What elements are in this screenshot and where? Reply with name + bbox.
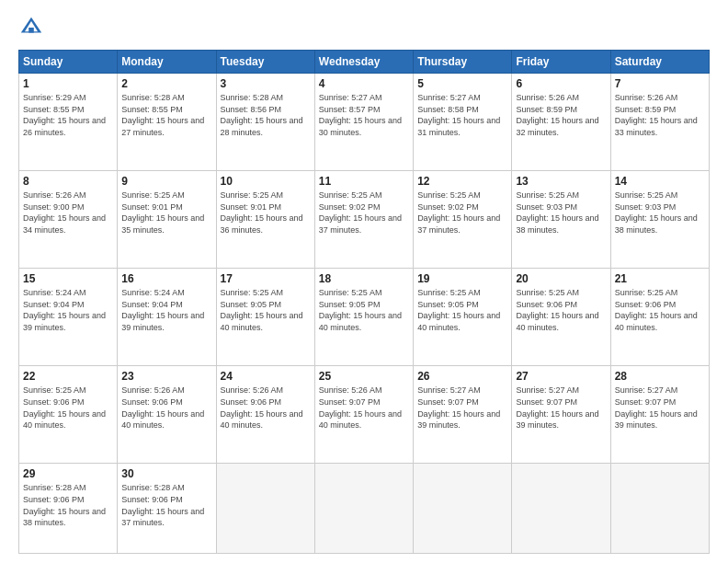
calendar-cell: 14Sunrise: 5:25 AMSunset: 9:03 PMDayligh… [610, 171, 709, 269]
calendar-header-saturday: Saturday [610, 51, 709, 74]
day-number: 15 [23, 272, 113, 285]
calendar-cell: 5Sunrise: 5:27 AMSunset: 8:58 PMDaylight… [414, 74, 512, 171]
day-number: 4 [319, 77, 409, 90]
calendar-cell: 9Sunrise: 5:25 AMSunset: 9:01 PMDaylight… [118, 171, 216, 269]
calendar-cell: 7Sunrise: 5:26 AMSunset: 8:59 PMDaylight… [610, 74, 709, 171]
calendar-cell [414, 464, 512, 554]
day-number: 2 [121, 77, 211, 90]
day-number: 27 [516, 370, 606, 383]
day-number: 13 [516, 175, 606, 188]
day-number: 26 [417, 370, 507, 383]
calendar-cell: 28Sunrise: 5:27 AMSunset: 9:07 PMDayligh… [610, 366, 709, 464]
calendar-cell: 29Sunrise: 5:28 AMSunset: 9:06 PMDayligh… [19, 464, 118, 554]
day-info: Sunrise: 5:25 AMSunset: 9:05 PMDaylight:… [319, 287, 409, 333]
calendar-cell [216, 464, 314, 554]
day-info: Sunrise: 5:26 AMSunset: 9:00 PMDaylight:… [23, 190, 113, 236]
svg-rect-2 [28, 28, 34, 33]
day-info: Sunrise: 5:25 AMSunset: 9:06 PMDaylight:… [23, 385, 113, 431]
day-info: Sunrise: 5:25 AMSunset: 9:03 PMDaylight:… [615, 190, 705, 236]
calendar-header-thursday: Thursday [414, 51, 512, 74]
day-number: 21 [615, 272, 705, 285]
calendar-week-3: 15Sunrise: 5:24 AMSunset: 9:04 PMDayligh… [19, 269, 710, 366]
day-number: 24 [221, 370, 311, 383]
calendar-week-2: 8Sunrise: 5:26 AMSunset: 9:00 PMDaylight… [19, 171, 710, 269]
calendar-cell: 23Sunrise: 5:26 AMSunset: 9:06 PMDayligh… [118, 366, 216, 464]
day-number: 8 [23, 175, 113, 188]
calendar-cell: 15Sunrise: 5:24 AMSunset: 9:04 PMDayligh… [19, 269, 118, 366]
day-info: Sunrise: 5:25 AMSunset: 9:02 PMDaylight:… [417, 190, 507, 236]
calendar-cell: 6Sunrise: 5:26 AMSunset: 8:59 PMDaylight… [512, 74, 610, 171]
day-info: Sunrise: 5:25 AMSunset: 9:01 PMDaylight:… [121, 190, 211, 236]
day-number: 28 [615, 370, 705, 383]
calendar-cell: 2Sunrise: 5:28 AMSunset: 8:55 PMDaylight… [118, 74, 216, 171]
day-number: 14 [615, 175, 705, 188]
calendar-cell [610, 464, 709, 554]
calendar-week-4: 22Sunrise: 5:25 AMSunset: 9:06 PMDayligh… [19, 366, 710, 464]
calendar-cell: 17Sunrise: 5:25 AMSunset: 9:05 PMDayligh… [216, 269, 314, 366]
calendar-cell: 1Sunrise: 5:29 AMSunset: 8:55 PMDaylight… [19, 74, 118, 171]
logo-icon [18, 15, 44, 40]
day-info: Sunrise: 5:26 AMSunset: 8:59 PMDaylight:… [615, 92, 705, 138]
calendar-cell: 26Sunrise: 5:27 AMSunset: 9:07 PMDayligh… [414, 366, 512, 464]
calendar-cell [314, 464, 413, 554]
day-number: 25 [319, 370, 409, 383]
calendar-header-row: SundayMondayTuesdayWednesdayThursdayFrid… [19, 51, 710, 74]
calendar-cell: 27Sunrise: 5:27 AMSunset: 9:07 PMDayligh… [512, 366, 610, 464]
calendar-cell: 4Sunrise: 5:27 AMSunset: 8:57 PMDaylight… [314, 74, 413, 171]
calendar-header-monday: Monday [118, 51, 216, 74]
day-number: 10 [221, 175, 311, 188]
day-info: Sunrise: 5:27 AMSunset: 9:07 PMDaylight:… [615, 385, 705, 431]
calendar-cell: 24Sunrise: 5:26 AMSunset: 9:06 PMDayligh… [216, 366, 314, 464]
calendar-cell: 19Sunrise: 5:25 AMSunset: 9:05 PMDayligh… [414, 269, 512, 366]
day-info: Sunrise: 5:24 AMSunset: 9:04 PMDaylight:… [121, 287, 211, 333]
calendar-cell: 22Sunrise: 5:25 AMSunset: 9:06 PMDayligh… [19, 366, 118, 464]
calendar-cell: 3Sunrise: 5:28 AMSunset: 8:56 PMDaylight… [216, 74, 314, 171]
day-number: 18 [319, 272, 409, 285]
calendar-week-1: 1Sunrise: 5:29 AMSunset: 8:55 PMDaylight… [19, 74, 710, 171]
day-number: 5 [417, 77, 507, 90]
day-info: Sunrise: 5:27 AMSunset: 8:58 PMDaylight:… [417, 92, 507, 138]
calendar-cell: 30Sunrise: 5:28 AMSunset: 9:06 PMDayligh… [118, 464, 216, 554]
header [18, 15, 710, 40]
day-number: 16 [121, 272, 211, 285]
day-number: 7 [615, 77, 705, 90]
day-info: Sunrise: 5:28 AMSunset: 8:56 PMDaylight:… [221, 92, 311, 138]
day-info: Sunrise: 5:26 AMSunset: 9:06 PMDaylight:… [121, 385, 211, 431]
calendar-cell [512, 464, 610, 554]
calendar-header-friday: Friday [512, 51, 610, 74]
day-number: 6 [516, 77, 606, 90]
day-number: 19 [417, 272, 507, 285]
page: SundayMondayTuesdayWednesdayThursdayFrid… [0, 0, 728, 563]
calendar-cell: 10Sunrise: 5:25 AMSunset: 9:01 PMDayligh… [216, 171, 314, 269]
day-number: 3 [221, 77, 311, 90]
day-info: Sunrise: 5:25 AMSunset: 9:06 PMDaylight:… [516, 287, 606, 333]
day-info: Sunrise: 5:26 AMSunset: 8:59 PMDaylight:… [516, 92, 606, 138]
calendar-header-sunday: Sunday [19, 51, 118, 74]
day-info: Sunrise: 5:25 AMSunset: 9:06 PMDaylight:… [615, 287, 705, 333]
day-number: 9 [121, 175, 211, 188]
calendar-week-5: 29Sunrise: 5:28 AMSunset: 9:06 PMDayligh… [19, 464, 710, 554]
calendar-cell: 12Sunrise: 5:25 AMSunset: 9:02 PMDayligh… [414, 171, 512, 269]
calendar-cell: 13Sunrise: 5:25 AMSunset: 9:03 PMDayligh… [512, 171, 610, 269]
day-number: 20 [516, 272, 606, 285]
day-number: 17 [221, 272, 311, 285]
day-number: 12 [417, 175, 507, 188]
day-info: Sunrise: 5:25 AMSunset: 9:02 PMDaylight:… [319, 190, 409, 236]
calendar-cell: 21Sunrise: 5:25 AMSunset: 9:06 PMDayligh… [610, 269, 709, 366]
day-number: 23 [121, 370, 211, 383]
day-info: Sunrise: 5:28 AMSunset: 9:06 PMDaylight:… [23, 482, 113, 528]
day-info: Sunrise: 5:25 AMSunset: 9:03 PMDaylight:… [516, 190, 606, 236]
calendar-header-wednesday: Wednesday [314, 51, 413, 74]
day-info: Sunrise: 5:25 AMSunset: 9:05 PMDaylight:… [221, 287, 311, 333]
day-info: Sunrise: 5:27 AMSunset: 8:57 PMDaylight:… [319, 92, 409, 138]
calendar-cell: 25Sunrise: 5:26 AMSunset: 9:07 PMDayligh… [314, 366, 413, 464]
day-number: 1 [23, 77, 113, 90]
day-info: Sunrise: 5:26 AMSunset: 9:06 PMDaylight:… [221, 385, 311, 431]
calendar-cell: 8Sunrise: 5:26 AMSunset: 9:00 PMDaylight… [19, 171, 118, 269]
day-info: Sunrise: 5:27 AMSunset: 9:07 PMDaylight:… [516, 385, 606, 431]
day-info: Sunrise: 5:27 AMSunset: 9:07 PMDaylight:… [417, 385, 507, 431]
day-info: Sunrise: 5:25 AMSunset: 9:01 PMDaylight:… [221, 190, 311, 236]
day-number: 11 [319, 175, 409, 188]
calendar-cell: 16Sunrise: 5:24 AMSunset: 9:04 PMDayligh… [118, 269, 216, 366]
day-info: Sunrise: 5:24 AMSunset: 9:04 PMDaylight:… [23, 287, 113, 333]
